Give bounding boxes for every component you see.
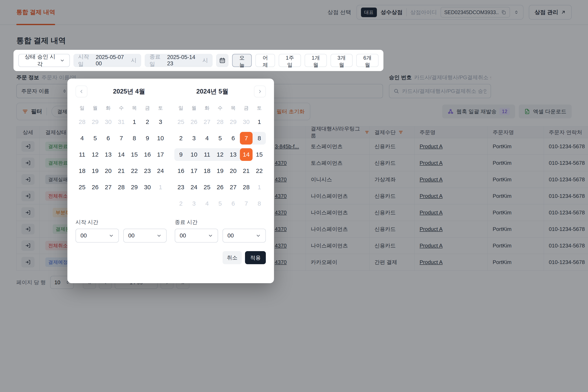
day-cell[interactable]: 1 <box>253 179 266 196</box>
day-cell[interactable]: 13 <box>226 146 240 163</box>
day-cell[interactable]: 22 <box>253 163 266 179</box>
day-cell[interactable]: 13 <box>102 146 115 163</box>
day-cell[interactable]: 5 <box>88 130 102 146</box>
day-cell[interactable]: 19 <box>88 163 102 179</box>
day-cell[interactable]: 29 <box>128 179 141 196</box>
day-cell-selected[interactable]: 7 <box>240 130 253 146</box>
end-minute-select[interactable]: 00 <box>222 229 266 242</box>
day-cell[interactable]: 12 <box>88 146 102 163</box>
end-date-field[interactable]: 종료일 2025-05-14 23 시 <box>145 54 212 67</box>
quick-range-button-오늘[interactable]: 오늘 <box>232 54 252 67</box>
quick-range-button-3개월[interactable]: 3개월 <box>330 54 353 67</box>
day-cell[interactable]: 9 <box>141 130 154 146</box>
calendar-button[interactable] <box>216 54 228 67</box>
day-cell[interactable]: 28 <box>115 179 128 196</box>
day-cell[interactable]: 17 <box>154 146 167 163</box>
day-cell[interactable]: 25 <box>76 179 88 196</box>
day-cell[interactable]: 15 <box>253 146 266 163</box>
day-cell[interactable]: 30 <box>240 114 253 130</box>
day-cell[interactable]: 1 <box>253 114 266 130</box>
day-cell[interactable]: 8 <box>128 130 141 146</box>
chevron-right-icon <box>257 89 262 94</box>
weekday-label: 토 <box>253 102 266 114</box>
day-cell[interactable]: 11 <box>76 146 88 163</box>
day-cell[interactable]: 23 <box>141 163 154 179</box>
weekday-label: 토 <box>154 102 167 114</box>
day-cell[interactable]: 4 <box>200 196 214 212</box>
day-cell[interactable]: 29 <box>88 114 102 130</box>
day-cell[interactable]: 8 <box>253 130 266 146</box>
day-cell[interactable]: 21 <box>240 163 253 179</box>
day-cell[interactable]: 15 <box>128 146 141 163</box>
quick-range-button-1개월[interactable]: 1개월 <box>304 54 327 67</box>
start-minute-select[interactable]: 00 <box>123 229 166 242</box>
day-cell[interactable]: 6 <box>226 196 240 212</box>
day-cell[interactable]: 28 <box>214 114 226 130</box>
day-cell-selected[interactable]: 14 <box>240 146 253 163</box>
day-cell[interactable]: 6 <box>226 130 240 146</box>
day-cell[interactable]: 12 <box>214 146 226 163</box>
day-cell[interactable]: 1 <box>128 114 141 130</box>
day-cell[interactable]: 29 <box>226 114 240 130</box>
status-time-select[interactable]: 상태 승인 시각 <box>18 54 70 67</box>
day-cell[interactable]: 19 <box>214 163 226 179</box>
day-cell[interactable]: 8 <box>253 196 266 212</box>
end-hour-select[interactable]: 00 <box>175 229 218 242</box>
day-cell[interactable]: 16 <box>174 163 188 179</box>
day-cell[interactable]: 26 <box>88 179 102 196</box>
day-cell[interactable]: 17 <box>188 163 200 179</box>
day-cell[interactable]: 20 <box>102 163 115 179</box>
next-month-button[interactable] <box>254 86 266 98</box>
day-cell[interactable]: 30 <box>102 114 115 130</box>
day-cell[interactable]: 9 <box>174 146 188 163</box>
day-cell[interactable]: 5 <box>214 196 226 212</box>
start-date-field[interactable]: 시작일 2025-05-07 00 시 <box>74 54 141 67</box>
day-cell[interactable]: 4 <box>200 130 214 146</box>
day-cell[interactable]: 2 <box>174 196 188 212</box>
day-cell[interactable]: 31 <box>115 114 128 130</box>
day-cell[interactable]: 2 <box>141 114 154 130</box>
day-cell[interactable]: 10 <box>154 130 167 146</box>
day-cell[interactable]: 28 <box>240 179 253 196</box>
start-hour-select[interactable]: 00 <box>76 229 119 242</box>
day-cell[interactable]: 1 <box>154 179 167 196</box>
day-cell[interactable]: 28 <box>76 114 88 130</box>
chevron-down-icon <box>156 233 162 238</box>
prev-month-button[interactable] <box>76 86 88 98</box>
day-cell[interactable]: 11 <box>200 146 214 163</box>
day-cell[interactable]: 3 <box>154 114 167 130</box>
day-cell[interactable]: 24 <box>154 163 167 179</box>
day-cell[interactable]: 27 <box>226 179 240 196</box>
day-cell[interactable]: 21 <box>115 163 128 179</box>
day-cell[interactable]: 14 <box>115 146 128 163</box>
day-cell[interactable]: 20 <box>226 163 240 179</box>
day-cell[interactable]: 30 <box>141 179 154 196</box>
day-cell[interactable]: 23 <box>174 179 188 196</box>
cancel-button[interactable]: 취소 <box>222 251 242 264</box>
day-cell[interactable]: 25 <box>174 114 188 130</box>
day-cell[interactable]: 24 <box>188 179 200 196</box>
day-cell[interactable]: 25 <box>200 179 214 196</box>
day-cell[interactable]: 18 <box>76 163 88 179</box>
quick-range-button-1주일[interactable]: 1주일 <box>279 54 301 67</box>
day-cell[interactable]: 7 <box>240 196 253 212</box>
quick-range-button-6개월[interactable]: 6개월 <box>356 54 378 67</box>
day-cell[interactable]: 3 <box>188 196 200 212</box>
quick-range-button-어제[interactable]: 어제 <box>256 54 275 67</box>
day-cell[interactable]: 6 <box>102 130 115 146</box>
day-cell[interactable]: 2 <box>174 130 188 146</box>
day-cell[interactable]: 26 <box>188 114 200 130</box>
day-cell[interactable]: 27 <box>200 114 214 130</box>
apply-button[interactable]: 적용 <box>245 251 266 264</box>
day-cell[interactable]: 7 <box>115 130 128 146</box>
day-cell[interactable]: 5 <box>214 130 226 146</box>
day-cell[interactable]: 18 <box>200 163 214 179</box>
day-cell[interactable]: 26 <box>214 179 226 196</box>
day-cell[interactable]: 3 <box>188 130 200 146</box>
day-cell[interactable]: 4 <box>76 130 88 146</box>
day-cell[interactable]: 16 <box>141 146 154 163</box>
calendar-header: 2025년 4월 2024년 5월 <box>76 86 266 98</box>
day-cell[interactable]: 22 <box>128 163 141 179</box>
day-cell[interactable]: 27 <box>102 179 115 196</box>
day-cell[interactable]: 10 <box>188 146 200 163</box>
